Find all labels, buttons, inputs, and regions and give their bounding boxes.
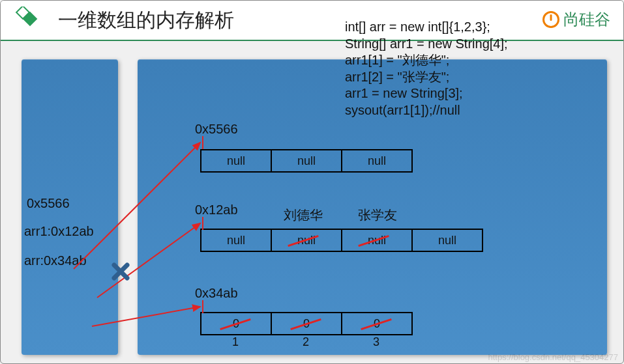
overwrite-label-1: 刘德华 <box>284 206 323 224</box>
svg-rect-1 <box>23 12 37 25</box>
brand-logo: 尚硅谷 <box>542 9 610 30</box>
stack-arr: arr:0x34ab <box>24 253 87 268</box>
idx: 3 <box>341 335 411 349</box>
cell: null <box>201 229 271 251</box>
power-icon <box>542 11 559 28</box>
cross-icon <box>111 262 130 281</box>
stack-old-ref: 0x5566 <box>27 196 70 211</box>
cell: null <box>342 150 412 172</box>
cell: null <box>412 229 483 251</box>
header: 一维数组的内存解析 尚硅谷 <box>1 1 623 41</box>
cell: null <box>271 150 342 172</box>
heap-addr-a: 0x5566 <box>195 122 238 137</box>
cell: null <box>201 150 271 172</box>
heap-array-a: null null null <box>200 149 413 173</box>
idx: 1 <box>200 335 271 349</box>
idx: 2 <box>271 335 341 349</box>
watermark: https://blog.csdn.net/qq_45304277 <box>488 352 619 362</box>
diamond-icon <box>11 7 38 34</box>
page-title: 一维数组的内存解析 <box>58 7 234 34</box>
overwrite-label-2: 张学友 <box>358 206 397 224</box>
code-snippet: int[] arr = new int[]{1,2,3}; String[] a… <box>345 19 508 119</box>
index-row: 1 2 3 <box>200 335 411 349</box>
heap-addr-c: 0x34ab <box>195 286 238 301</box>
heap-addr-b: 0x12ab <box>195 203 238 217</box>
heap-array-b: null null null null <box>200 229 483 252</box>
brand-text: 尚硅谷 <box>563 9 610 30</box>
stack-arr1: arr1:0x12ab <box>24 224 94 239</box>
